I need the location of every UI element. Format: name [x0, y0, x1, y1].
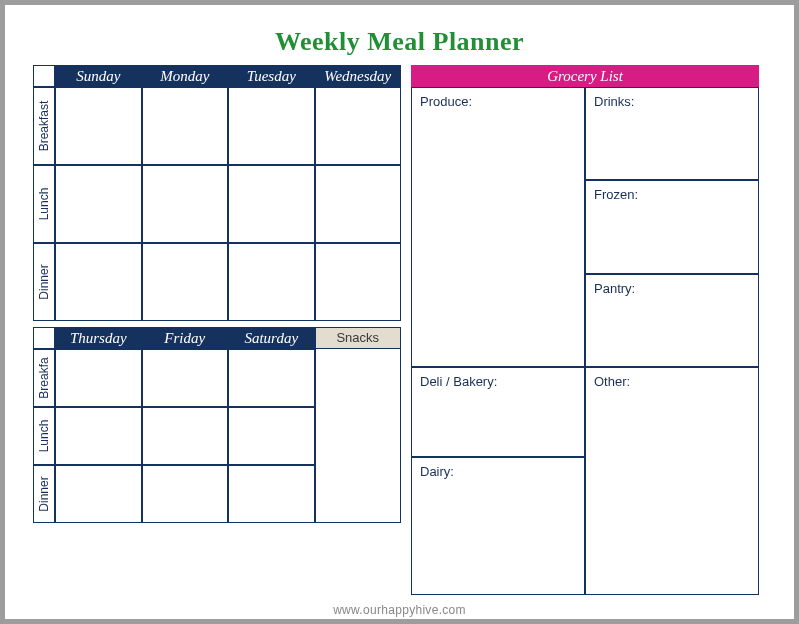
planner-page: Weekly Meal Planner Sunday Monday Tuesda… — [5, 5, 794, 619]
meal-cell — [55, 165, 142, 243]
footer-url: www.ourhappyhive.com — [33, 603, 766, 617]
grocery-pantry: Pantry: — [585, 274, 759, 367]
day-header-monday: Monday — [142, 65, 229, 87]
grocery-frozen: Frozen: — [585, 180, 759, 273]
meal-grid-top: Sunday Monday Tuesday Wednesday Breakfas… — [33, 65, 401, 321]
grocery-right-top: Drinks: Frozen: Pantry: — [585, 87, 759, 367]
grid-stub — [33, 327, 55, 349]
grocery-drinks: Drinks: — [585, 87, 759, 180]
snacks-cell — [315, 349, 402, 523]
grocery-grid: Produce: Drinks: Frozen: Pantry: Deli / … — [411, 87, 759, 595]
meal-cell — [228, 243, 315, 321]
grocery-produce: Produce: — [411, 87, 585, 367]
grocery-deli: Deli / Bakery: — [411, 367, 585, 457]
meal-cell — [228, 349, 315, 407]
grocery-list: Grocery List Produce: Drinks: Frozen: Pa… — [411, 65, 759, 595]
meal-cell — [55, 243, 142, 321]
day-header-friday: Friday — [142, 327, 229, 349]
mealrow-breakfast: Breakfast — [33, 87, 55, 165]
meal-grids: Sunday Monday Tuesday Wednesday Breakfas… — [33, 65, 401, 595]
mealrow-lunch: Lunch — [33, 165, 55, 243]
content-area: Sunday Monday Tuesday Wednesday Breakfas… — [33, 65, 766, 595]
meal-cell — [142, 407, 229, 465]
meal-cell — [228, 465, 315, 523]
mealrow-breakfast-2: Breakfa — [33, 349, 55, 407]
meal-cell — [228, 87, 315, 165]
meal-cell — [142, 349, 229, 407]
meal-cell — [315, 87, 402, 165]
grocery-dairy: Dairy: — [411, 457, 585, 595]
day-header-saturday: Saturday — [228, 327, 315, 349]
meal-cell — [142, 87, 229, 165]
day-header-tuesday: Tuesday — [228, 65, 315, 87]
grocery-header: Grocery List — [411, 65, 759, 87]
meal-cell — [142, 165, 229, 243]
meal-cell — [55, 407, 142, 465]
grocery-other: Other: — [585, 367, 759, 595]
mealrow-dinner: Dinner — [33, 243, 55, 321]
meal-cell — [228, 407, 315, 465]
day-header-sunday: Sunday — [55, 65, 142, 87]
meal-cell — [315, 165, 402, 243]
meal-cell — [55, 87, 142, 165]
snacks-header: Snacks — [315, 327, 402, 349]
meal-cell — [55, 465, 142, 523]
page-title: Weekly Meal Planner — [33, 27, 766, 57]
meal-cell — [142, 465, 229, 523]
day-header-thursday: Thursday — [55, 327, 142, 349]
mealrow-dinner-2: Dinner — [33, 465, 55, 523]
meal-cell — [55, 349, 142, 407]
day-header-wednesday: Wednesday — [315, 65, 402, 87]
mealrow-lunch-2: Lunch — [33, 407, 55, 465]
meal-cell — [142, 243, 229, 321]
meal-cell — [228, 165, 315, 243]
meal-cell — [315, 243, 402, 321]
meal-grid-bottom: Thursday Friday Saturday Snacks Breakfa … — [33, 327, 401, 523]
grid-stub — [33, 65, 55, 87]
